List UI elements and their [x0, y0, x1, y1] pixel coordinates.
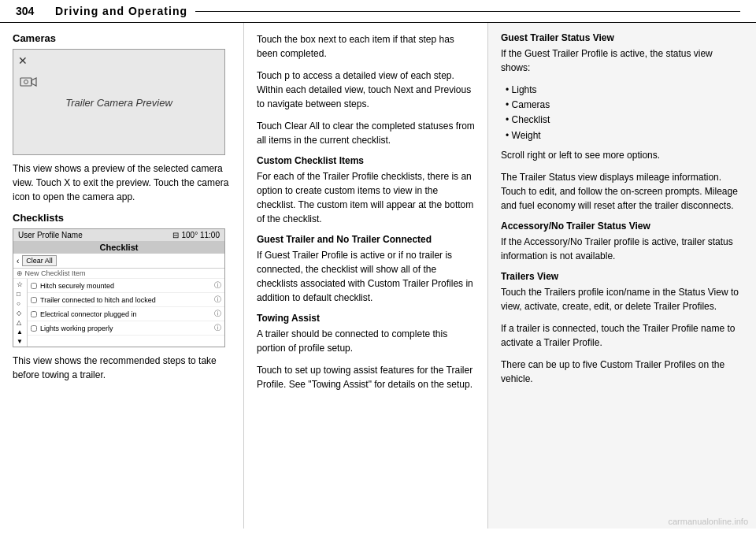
guest-status-list: Lights Cameras Checklist Weight: [506, 83, 743, 143]
checklist-item-text: Trailer connected to hitch and locked: [40, 296, 211, 304]
camera-icon: [20, 75, 37, 89]
accessory-heading: Accessory/No Trailer Status View: [501, 221, 743, 232]
chapter-title: Driving and Operating: [55, 5, 187, 17]
guest-status-text3: The Trailer Status view displays mileage…: [501, 170, 743, 213]
trailers-text2: If a trailer is connected, touch the Tra…: [501, 321, 743, 350]
list-item: Cameras: [506, 98, 743, 113]
custom-items-text: For each of the Trailer Profile checklis…: [257, 169, 475, 226]
middle-para1: Touch the box next to each item if that …: [257, 32, 475, 61]
guest-no-trailer-heading: Guest Trailer and No Trailer Connected: [257, 234, 475, 245]
info-icon[interactable]: ⓘ: [214, 323, 221, 333]
list-item: Lights: [506, 83, 743, 98]
svg-marker-1: [32, 78, 36, 86]
sidebar-icons: ☆ □ ○ ◇ △ ▲ ▼: [13, 279, 28, 347]
checklist-toolbar: ‹ Clear All: [13, 254, 224, 269]
checklist-checkbox[interactable]: [31, 325, 37, 332]
guest-status-heading: Guest Trailer Status View: [501, 32, 743, 43]
new-item-label: New Checklist Item: [25, 269, 86, 277]
checklist-widget: User Profile Name ⊟ 100° 11:00 Checklist…: [13, 228, 225, 347]
checklist-header: User Profile Name ⊟ 100° 11:00: [13, 229, 224, 241]
square-icon: □: [17, 291, 24, 298]
header-divider: [195, 11, 740, 12]
checklist-header-icons: ⊟ 100° 11:00: [172, 231, 220, 239]
checklist-title: Checklist: [13, 241, 224, 254]
svg-rect-0: [20, 78, 32, 86]
trailers-heading: Trailers View: [501, 271, 743, 282]
clear-all-button[interactable]: Clear All: [22, 255, 57, 266]
trailers-text3: There can be up to five Custom Trailer P…: [501, 358, 743, 386]
camera-preview-box: ✕ Trailer Camera Preview: [13, 49, 225, 155]
page-number: 304: [16, 5, 55, 17]
checklist-item: Lights working properly ⓘ: [28, 321, 224, 336]
towing-assist-heading: Towing Assist: [257, 313, 475, 324]
accessory-text: If the Accessory/No Trailer profile is a…: [501, 235, 743, 263]
chevron-left-icon[interactable]: ‹: [17, 257, 19, 265]
watermark: carmanualonline.info: [668, 517, 748, 526]
header-info: 100° 11:00: [182, 231, 220, 239]
middle-para3: Touch Clear All to clear the completed s…: [257, 119, 475, 147]
diamond-icon: ◇: [17, 310, 24, 317]
right-column: Guest Trailer Status View If the Guest T…: [488, 23, 756, 528]
checklist-checkbox[interactable]: [31, 283, 37, 289]
page-header: 304 Driving and Operating: [0, 0, 756, 23]
trailers-text1: Touch the Trailers profile icon/name in …: [501, 285, 743, 313]
camera-preview-label: Trailer Camera Preview: [65, 96, 172, 108]
triangle-icon: △: [17, 319, 24, 326]
list-item: Checklist: [506, 113, 743, 128]
battery-icon: ⊟: [172, 231, 179, 239]
middle-para2: Touch p to access a detailed view of eac…: [257, 69, 475, 111]
checklists-heading: Checklists: [13, 212, 231, 224]
checklist-checkbox[interactable]: [31, 311, 37, 317]
camera-description: This view shows a preview of the selecte…: [13, 161, 231, 204]
checklist-item-text: Hitch securely mounted: [40, 282, 211, 290]
arrow-down-icon: ▼: [17, 338, 24, 345]
towing-assist-text2: Touch to set up towing assist features f…: [257, 363, 475, 391]
checklist-checkbox[interactable]: [31, 297, 37, 303]
custom-items-heading: Custom Checklist Items: [257, 155, 475, 166]
list-item: Weight: [506, 128, 743, 143]
cameras-heading: Cameras: [13, 32, 231, 44]
circle-icon: ○: [17, 300, 24, 307]
checklist-items-list: Hitch securely mounted ⓘ Trailer connect…: [28, 279, 224, 347]
profile-name: User Profile Name: [18, 231, 83, 239]
middle-column: Touch the box next to each item if that …: [244, 23, 488, 528]
info-icon[interactable]: ⓘ: [214, 309, 221, 319]
guest-no-trailer-text: If Guest Trailer Profile is active or if…: [257, 248, 475, 305]
checklist-description: This view shows the recommended steps to…: [13, 354, 231, 382]
checklist-item: Electrical connector plugged in ⓘ: [28, 307, 224, 321]
info-icon[interactable]: ⓘ: [214, 280, 221, 291]
svg-point-2: [24, 80, 28, 84]
guest-status-intro: If the Guest Trailer Profile is active, …: [501, 46, 743, 75]
plus-icon: ⊕: [17, 269, 25, 277]
star-icon: ☆: [17, 280, 24, 288]
checklist-body: ☆ □ ○ ◇ △ ▲ ▼ Hitch securely mounted ⓘ: [13, 279, 224, 347]
guest-status-text2: Scroll right or left to see more options…: [501, 148, 743, 162]
main-content: Cameras ✕ Trailer Camera Preview This vi…: [0, 23, 756, 528]
towing-assist-text1: A trailer should be connected to complet…: [257, 327, 475, 355]
checklist-item-text: Lights working properly: [40, 324, 211, 332]
checklist-item: Trailer connected to hitch and locked ⓘ: [28, 293, 224, 307]
left-column: Cameras ✕ Trailer Camera Preview This vi…: [0, 23, 244, 528]
new-item-row: ⊕ New Checklist Item: [13, 269, 224, 279]
arrow-up-icon: ▲: [17, 328, 24, 336]
checklist-item-text: Electrical connector plugged in: [40, 310, 211, 318]
checklist-item: Hitch securely mounted ⓘ: [28, 279, 224, 293]
info-icon[interactable]: ⓘ: [214, 295, 221, 305]
close-icon[interactable]: ✕: [18, 54, 28, 67]
